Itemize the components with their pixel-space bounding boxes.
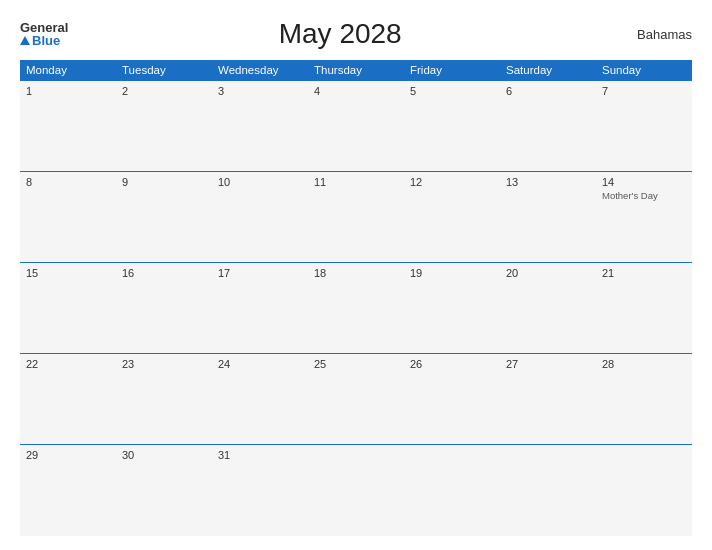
calendar-cell — [404, 445, 500, 536]
calendar-cell: 27 — [500, 354, 596, 445]
calendar-cell: 10 — [212, 172, 308, 263]
weekday-header: Friday — [404, 60, 500, 81]
day-number: 18 — [314, 267, 398, 279]
day-number: 2 — [122, 85, 206, 97]
calendar-cell: 23 — [116, 354, 212, 445]
day-number: 5 — [410, 85, 494, 97]
day-number: 29 — [26, 449, 110, 461]
day-number: 12 — [410, 176, 494, 188]
event-label: Mother's Day — [602, 190, 686, 201]
day-number: 22 — [26, 358, 110, 370]
day-number: 17 — [218, 267, 302, 279]
day-number: 3 — [218, 85, 302, 97]
weekday-header: Saturday — [500, 60, 596, 81]
day-number: 13 — [506, 176, 590, 188]
calendar-cell: 6 — [500, 81, 596, 172]
day-number: 24 — [218, 358, 302, 370]
day-number: 1 — [26, 85, 110, 97]
day-number: 10 — [218, 176, 302, 188]
calendar-cell: 31 — [212, 445, 308, 536]
day-number: 4 — [314, 85, 398, 97]
day-number: 31 — [218, 449, 302, 461]
calendar-table: MondayTuesdayWednesdayThursdayFridaySatu… — [20, 60, 692, 536]
calendar-cell: 14Mother's Day — [596, 172, 692, 263]
calendar-cell: 3 — [212, 81, 308, 172]
weekday-header: Tuesday — [116, 60, 212, 81]
logo-triangle-icon — [20, 36, 30, 45]
day-number: 21 — [602, 267, 686, 279]
weekday-header-row: MondayTuesdayWednesdayThursdayFridaySatu… — [20, 60, 692, 81]
calendar-cell: 12 — [404, 172, 500, 263]
day-number: 23 — [122, 358, 206, 370]
day-number: 9 — [122, 176, 206, 188]
calendar-cell: 26 — [404, 354, 500, 445]
calendar-cell: 20 — [500, 263, 596, 354]
calendar-cell: 24 — [212, 354, 308, 445]
day-number: 27 — [506, 358, 590, 370]
calendar-cell: 11 — [308, 172, 404, 263]
calendar-cell: 17 — [212, 263, 308, 354]
calendar-cell: 13 — [500, 172, 596, 263]
calendar-cell — [308, 445, 404, 536]
calendar-cell: 2 — [116, 81, 212, 172]
day-number: 8 — [26, 176, 110, 188]
calendar-cell: 18 — [308, 263, 404, 354]
weekday-header: Sunday — [596, 60, 692, 81]
day-number: 30 — [122, 449, 206, 461]
calendar-week-row: 891011121314Mother's Day — [20, 172, 692, 263]
calendar-cell: 19 — [404, 263, 500, 354]
day-number: 19 — [410, 267, 494, 279]
weekday-header: Thursday — [308, 60, 404, 81]
country-label: Bahamas — [612, 27, 692, 42]
calendar-week-row: 1234567 — [20, 81, 692, 172]
day-number: 11 — [314, 176, 398, 188]
weekday-header: Monday — [20, 60, 116, 81]
calendar-cell: 25 — [308, 354, 404, 445]
calendar-cell: 5 — [404, 81, 500, 172]
day-number: 7 — [602, 85, 686, 97]
calendar-cell: 30 — [116, 445, 212, 536]
day-number: 25 — [314, 358, 398, 370]
day-number: 20 — [506, 267, 590, 279]
day-number: 16 — [122, 267, 206, 279]
calendar-cell: 21 — [596, 263, 692, 354]
calendar-cell: 28 — [596, 354, 692, 445]
day-number: 6 — [506, 85, 590, 97]
page-header: General Blue May 2028 Bahamas — [20, 18, 692, 50]
calendar-cell: 8 — [20, 172, 116, 263]
calendar-cell: 4 — [308, 81, 404, 172]
calendar-cell: 16 — [116, 263, 212, 354]
day-number: 14 — [602, 176, 686, 188]
day-number: 15 — [26, 267, 110, 279]
calendar-cell — [596, 445, 692, 536]
calendar-cell: 7 — [596, 81, 692, 172]
calendar-title: May 2028 — [68, 18, 612, 50]
logo-blue-label: Blue — [32, 34, 60, 47]
calendar-week-row: 15161718192021 — [20, 263, 692, 354]
weekday-header: Wednesday — [212, 60, 308, 81]
calendar-cell: 9 — [116, 172, 212, 263]
calendar-week-row: 22232425262728 — [20, 354, 692, 445]
calendar-cell: 15 — [20, 263, 116, 354]
logo: General Blue — [20, 21, 68, 47]
logo-blue-text: Blue — [20, 34, 60, 47]
calendar-cell: 29 — [20, 445, 116, 536]
day-number: 26 — [410, 358, 494, 370]
calendar-cell: 1 — [20, 81, 116, 172]
day-number: 28 — [602, 358, 686, 370]
calendar-cell — [500, 445, 596, 536]
calendar-cell: 22 — [20, 354, 116, 445]
calendar-week-row: 293031 — [20, 445, 692, 536]
